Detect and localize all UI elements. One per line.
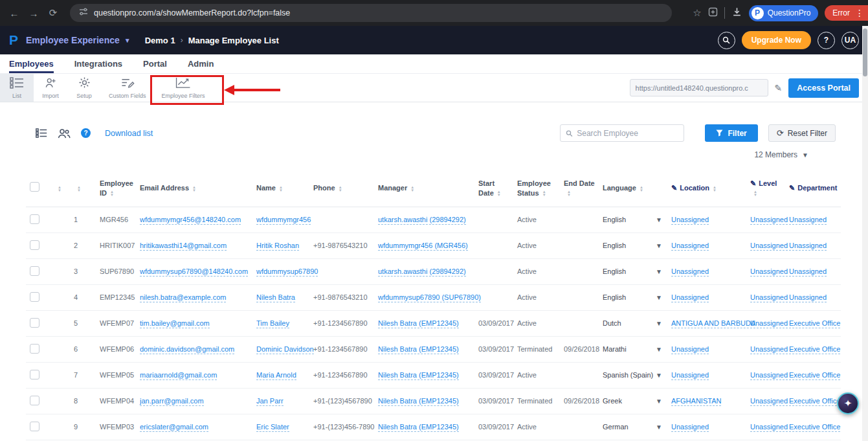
toolbar-item-setup[interactable]: Setup <box>67 74 101 102</box>
email-link[interactable]: jan.parr@gmail.com <box>140 397 204 406</box>
toolbar-item-list[interactable]: List <box>0 74 34 102</box>
row-checkbox[interactable] <box>30 266 39 276</box>
sort-icon[interactable]: ▲▼ <box>339 186 342 192</box>
department-link[interactable]: Unassigned <box>789 267 827 277</box>
help-button[interactable]: ? <box>818 32 835 49</box>
location-link[interactable]: Unassigned <box>671 371 709 380</box>
breadcrumb-parent[interactable]: Demo 1 <box>145 36 175 45</box>
manager-link[interactable]: wfdummymgr456 (MGR456) <box>378 242 468 251</box>
scrollbar-thumb[interactable] <box>863 28 867 76</box>
row-checkbox[interactable] <box>30 370 39 379</box>
ai-assistant-button[interactable]: ✦ <box>837 392 859 414</box>
location-link[interactable]: Unassigned <box>671 293 709 302</box>
search-icon[interactable] <box>718 32 735 49</box>
level-link[interactable]: Unassigned <box>750 267 788 277</box>
reload-icon[interactable]: ⟳ <box>45 5 61 21</box>
manager-link[interactable]: wfdummysup67890 (SUP67890) <box>378 293 481 302</box>
location-link[interactable]: Unassigned <box>671 345 709 354</box>
forward-icon[interactable]: → <box>26 5 41 21</box>
language-select[interactable]: Greek▼ <box>603 397 663 405</box>
manager-link[interactable]: Nilesh Batra (EMP12345) <box>378 345 459 354</box>
name-link[interactable]: Maria Arnold <box>256 371 296 380</box>
email-link[interactable]: dominic.davidson@gmail.com <box>140 345 234 354</box>
email-link[interactable]: tim.bailey@gmail.com <box>140 319 210 328</box>
sort-icon[interactable]: ▲▼ <box>497 190 501 197</box>
row-checkbox[interactable] <box>30 214 39 224</box>
name-link[interactable]: Dominic Davidson <box>256 345 314 354</box>
access-portal-button[interactable]: Access Portal <box>788 78 859 98</box>
members-count[interactable]: 12 Members ▼ <box>0 150 808 159</box>
sort-icon[interactable]: ▲▼ <box>640 186 643 192</box>
browser-menu-icon[interactable]: ⋮ <box>855 8 864 18</box>
language-select[interactable]: Spanish (Spain)▼ <box>603 371 663 379</box>
select-all-checkbox[interactable] <box>30 182 39 192</box>
tab-portal[interactable]: Portal <box>143 54 167 73</box>
sort-icon[interactable]: ▲▼ <box>567 190 571 197</box>
toolbar-item-import[interactable]: Import <box>34 74 67 102</box>
address-bar[interactable]: questionpro.com/a/showMemberReport.do?lc… <box>70 4 672 22</box>
level-link[interactable]: Unassigned <box>750 216 788 225</box>
sort-icon[interactable]: ▲▼ <box>753 190 757 197</box>
row-checkbox[interactable] <box>30 292 39 302</box>
department-link[interactable]: Executive Office <box>789 397 840 406</box>
email-link[interactable]: hritikawasthi14@gmail.com <box>140 242 227 251</box>
name-link[interactable]: wfdummysup67890 <box>256 267 318 277</box>
email-link[interactable]: mariaarnold@gmail.com <box>140 371 217 380</box>
department-link[interactable]: Executive Office <box>789 423 840 432</box>
language-select[interactable]: English▼ <box>603 242 663 249</box>
language-select[interactable]: Dutch▼ <box>603 319 663 327</box>
level-link[interactable]: Unassigned <box>750 423 788 432</box>
profile-chip[interactable]: P QuestionPro <box>749 5 819 21</box>
sort-icon[interactable]: ▲▼ <box>77 186 81 192</box>
sort-icon[interactable]: ▲▼ <box>192 186 196 192</box>
tab-integrations[interactable]: Integrations <box>74 54 122 73</box>
edit-url-icon[interactable]: ✎ <box>775 83 783 93</box>
sort-icon[interactable]: ▲▼ <box>713 186 717 192</box>
name-link[interactable]: Hritik Roshan <box>256 242 299 251</box>
bookmark-star-icon[interactable]: ☆ <box>693 7 701 19</box>
toolbar-item-employee-filters[interactable]: Employee Filters <box>154 74 213 102</box>
department-link[interactable]: Executive Office <box>789 371 840 380</box>
location-link[interactable]: Unassigned <box>671 216 709 225</box>
product-switcher[interactable]: Employee Experience ▼ <box>26 35 131 45</box>
language-select[interactable]: English▼ <box>603 293 663 301</box>
name-link[interactable]: wfdummymgr456 <box>256 216 311 225</box>
department-link[interactable]: Unassigned <box>789 216 827 225</box>
row-checkbox[interactable] <box>30 344 39 354</box>
row-checkbox[interactable] <box>30 240 39 250</box>
location-link[interactable]: Unassigned <box>671 423 709 432</box>
language-select[interactable]: German▼ <box>603 423 663 431</box>
email-link[interactable]: ericslater@gmail.com <box>140 423 208 432</box>
back-icon[interactable]: ← <box>6 5 22 21</box>
tab-employees[interactable]: Employees <box>9 54 54 73</box>
tab-admin[interactable]: Admin <box>188 54 214 73</box>
row-checkbox[interactable] <box>30 422 39 431</box>
page-scrollbar[interactable] <box>862 26 868 441</box>
questionpro-logo[interactable]: P <box>9 32 18 48</box>
level-link[interactable]: Unassigned <box>750 371 788 380</box>
name-link[interactable]: Nilesh Batra <box>256 293 295 302</box>
manager-link[interactable]: Nilesh Batra (EMP12345) <box>378 397 459 406</box>
name-link[interactable]: Tim Bailey <box>256 319 289 328</box>
sort-icon[interactable]: ▲▼ <box>58 186 61 192</box>
download-icon[interactable] <box>731 6 742 20</box>
help-icon[interactable]: ? <box>81 128 91 138</box>
edit-column-icon[interactable]: ✎ <box>750 179 756 187</box>
row-checkbox[interactable] <box>30 396 39 405</box>
level-link[interactable]: Unassigned <box>750 293 788 302</box>
language-select[interactable]: English▼ <box>603 267 663 275</box>
department-link[interactable]: Executive Office <box>789 345 840 354</box>
department-link[interactable]: Unassigned <box>789 293 827 302</box>
manager-link[interactable]: utkarsh.awasthi (29894292) <box>378 216 466 225</box>
name-link[interactable]: Jan Parr <box>256 397 284 406</box>
edit-column-icon[interactable]: ✎ <box>671 184 677 192</box>
error-chip[interactable]: Error ⋮ <box>825 5 868 21</box>
department-link[interactable]: Unassigned <box>789 242 827 251</box>
upgrade-now-button[interactable]: Upgrade Now <box>742 31 811 49</box>
manager-link[interactable]: Nilesh Batra (EMP12345) <box>378 319 459 328</box>
sort-icon[interactable]: ▲▼ <box>410 186 414 192</box>
manager-link[interactable]: utkarsh.awasthi (29894292) <box>378 267 466 277</box>
portal-url-field[interactable]: https://untitled148240.questionpro.c <box>630 79 768 96</box>
department-link[interactable]: Executive Office <box>789 319 840 328</box>
download-list-link[interactable]: Download list <box>105 129 153 138</box>
